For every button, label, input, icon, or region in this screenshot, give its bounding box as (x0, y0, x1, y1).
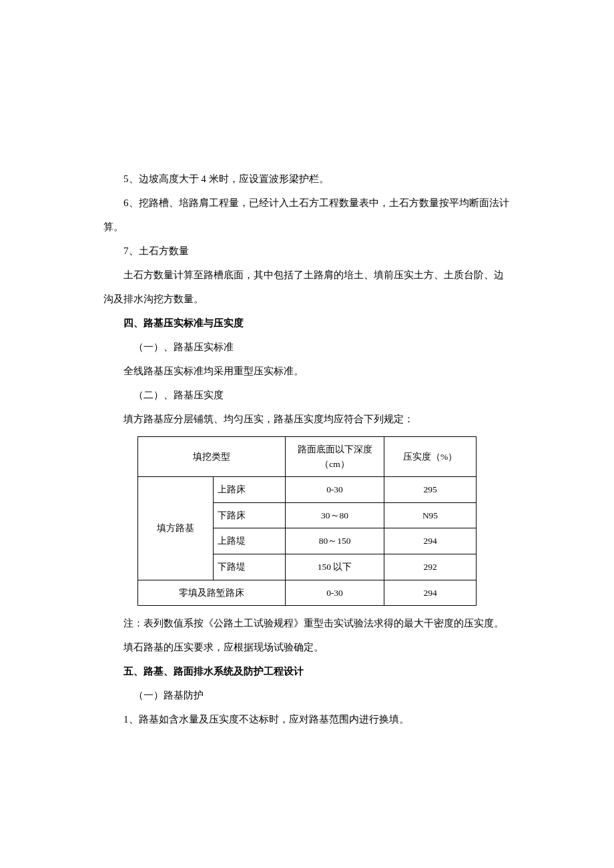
cell-depth: 30～80 (286, 502, 384, 528)
paragraph: 填方路基应分层铺筑、均匀压实，路基压实度均应符合下列规定： (103, 407, 511, 431)
th-degree: 压实度（%） (384, 437, 477, 477)
th-type: 填挖类型 (138, 437, 286, 477)
compaction-table: 填挖类型 路面底面以下深度（cm） 压实度（%） 填方路基 上路床 0-30 2… (137, 436, 477, 606)
paragraph: 注：表列数值系按《公路土工试验规程》重型击实试验法求得的最大干密度的压实度。 (103, 611, 511, 635)
cell-depth: 0-30 (286, 477, 384, 503)
cell-degree: 294 (384, 528, 477, 554)
cell-sub: 上路床 (214, 477, 286, 503)
text: （一）路基防护 (133, 690, 204, 701)
cell-sub: 下路堤 (214, 554, 286, 580)
paragraph: 7、土石方数量 (103, 239, 511, 263)
cell-sub: 上路堤 (214, 528, 286, 554)
cell-degree: N95 (384, 502, 477, 528)
cell-degree: 292 (384, 554, 477, 580)
paragraph: 6、挖路槽、培路肩工程量，已经计入土石方工程数量表中，土石方数量按平均断面法计算… (103, 191, 511, 239)
document-page: 5、边坡高度大于 4 米时，应设置波形梁护栏。 6、挖路槽、培路肩工程量，已经计… (0, 0, 614, 798)
paragraph: 填石路基的压实要求，应根据现场试验确定。 (103, 635, 511, 659)
paragraph: 全线路基压实标准均采用重型压实标准。 (103, 359, 511, 383)
cell-group: 零填及路堑路床 (138, 580, 286, 606)
section-heading: 四、路基压实标准与压实度 (103, 311, 511, 335)
paragraph: 土石方数量计算至路槽底面，其中包括了土路肩的培土、填前压实土方、土质台阶、边沟及… (103, 263, 511, 311)
cell-degree: 295 (384, 477, 477, 503)
paragraph: （二）、路基压实度 (103, 383, 511, 407)
cell-depth: 150 以下 (286, 554, 384, 580)
cell-depth: 80～150 (286, 528, 384, 554)
table-row: 填方路基 上路床 0-30 295 (138, 477, 477, 503)
table-header-row: 填挖类型 路面底面以下深度（cm） 压实度（%） (138, 437, 477, 477)
cell-depth: 0-30 (286, 580, 384, 606)
paragraph: （一）、路基压实标准 (103, 335, 511, 359)
cell-sub: 下路床 (214, 502, 286, 528)
th-depth: 路面底面以下深度（cm） (286, 437, 384, 477)
paragraph: 5、边坡高度大于 4 米时，应设置波形梁护栏。 (103, 167, 511, 191)
section-heading: 五、路基、路面排水系统及防护工程设计 (103, 659, 511, 683)
paragraph: （一）路基防护 (103, 683, 511, 707)
cell-degree: 294 (384, 580, 477, 606)
table-row: 零填及路堑路床 0-30 294 (138, 580, 477, 606)
paragraph: 1、路基如含水量及压实度不达标时，应对路基范围内进行换填。 (103, 707, 511, 731)
text: （一）、路基压实标准 (133, 342, 234, 352)
cell-group: 填方路基 (138, 477, 214, 580)
text: （二）、路基压实度 (133, 390, 224, 400)
